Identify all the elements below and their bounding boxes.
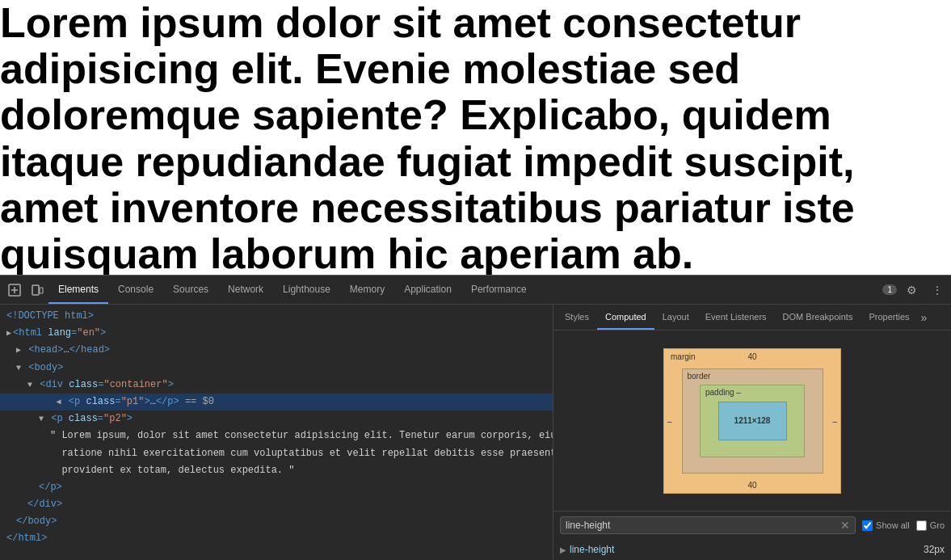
tab-styles[interactable]: Styles (557, 305, 597, 330)
dom-line: </html> (0, 530, 553, 547)
box-margin: margin 40 40 – – border padding – (663, 348, 841, 494)
tab-performance[interactable]: Performance (461, 276, 537, 304)
dom-line: ratione nihil exercitationem cum volupta… (0, 445, 553, 462)
tab-application[interactable]: Application (394, 276, 461, 304)
box-content: 1211×128 (718, 402, 787, 440)
right-tabs: Styles Computed Layout Event Listeners D… (553, 305, 951, 331)
margin-label: margin (671, 352, 696, 361)
devtools-panel: Elements Console Sources Network Lightho… (0, 275, 951, 560)
tab-properties[interactable]: Properties (861, 305, 917, 330)
dom-line: " Lorem ipsum, dolor sit amet consectetu… (0, 427, 553, 444)
inspect-element-button[interactable] (3, 280, 26, 300)
page-content: Lorem ipsum dolor sit amet consectetur a… (0, 0, 951, 275)
margin-left: – (667, 416, 672, 425)
right-panel: Styles Computed Layout Event Listeners D… (553, 305, 951, 560)
tab-lighthouse[interactable]: Lighthouse (273, 276, 340, 304)
dom-line: </div> (0, 496, 553, 513)
dom-line: </p> (0, 479, 553, 496)
dom-line: </body> (0, 513, 553, 530)
tab-sources[interactable]: Sources (163, 276, 218, 304)
computed-prop-row[interactable]: ▶ line-height 32px (553, 542, 951, 557)
margin-top: 40 (747, 352, 756, 361)
tab-layout[interactable]: Layout (654, 305, 697, 330)
tab-event-listeners[interactable]: Event Listeners (697, 305, 775, 330)
dom-line: provident ex totam, delectus expedita. " (0, 462, 553, 479)
dom-line[interactable]: ▶ <head>…</head> (0, 342, 553, 359)
tab-elements[interactable]: Elements (48, 276, 108, 304)
svg-rect-1 (32, 285, 39, 295)
filter-clear-button[interactable]: ✕ (840, 519, 850, 532)
margin-bottom: 40 (747, 481, 756, 490)
dom-line: <!DOCTYPE html> (0, 308, 553, 325)
prop-expand-icon: ▶ (560, 545, 566, 554)
show-all-group: Show all (862, 520, 910, 531)
box-model: margin 40 40 – – border padding – (663, 348, 841, 494)
devtools-toolbar: Elements Console Sources Network Lightho… (0, 276, 951, 305)
box-padding: padding – 1211×128 (700, 385, 805, 457)
padding-label: padding – (705, 388, 741, 397)
margin-right: – (832, 416, 837, 425)
dom-line: ▼ <p class="p2"> (0, 411, 553, 427)
devtools-tabs: Elements Console Sources Network Lightho… (48, 276, 882, 304)
filter-input-wrapper[interactable]: ✕ (560, 516, 856, 534)
large-text: Lorem ipsum dolor sit amet consectetur a… (0, 0, 951, 275)
group-label: Gro (930, 520, 945, 530)
prop-name: line-height (570, 544, 924, 555)
tab-console[interactable]: Console (108, 276, 163, 304)
show-all-label: Show all (876, 520, 910, 530)
border-label: border (688, 372, 711, 381)
dom-line-selected[interactable]: ◀ <p class="p1">…</p> == $0 (0, 394, 553, 411)
dom-line: ▶<html lang="en"> (0, 325, 553, 342)
dom-line: ▼ <div class="container"> (0, 377, 553, 394)
settings-button[interactable]: ⚙ (902, 280, 922, 300)
toolbar-right: 1 ⚙ ⋮ (882, 280, 948, 300)
svg-rect-2 (40, 288, 43, 293)
tab-dom-breakpoints[interactable]: DOM Breakpoints (775, 305, 861, 330)
tab-computed[interactable]: Computed (597, 305, 654, 330)
box-model-area: margin 40 40 – – border padding – (553, 331, 951, 511)
console-badge: 1 (882, 284, 897, 295)
devtools-main: <!DOCTYPE html> ▶<html lang="en"> ▶ <hea… (0, 305, 951, 560)
device-toggle-button[interactable] (26, 280, 48, 300)
dom-panel[interactable]: <!DOCTYPE html> ▶<html lang="en"> ▶ <hea… (0, 305, 553, 560)
prop-value: 32px (924, 544, 945, 555)
right-tabs-more[interactable]: » (921, 311, 928, 324)
filter-input[interactable] (566, 520, 840, 531)
computed-props: ▶ line-height 32px (553, 539, 951, 560)
tab-memory[interactable]: Memory (340, 276, 394, 304)
group-group: Gro (916, 520, 945, 531)
dom-line: ▼ <body> (0, 360, 553, 377)
more-button[interactable]: ⋮ (927, 280, 948, 300)
box-border: border padding – 1211×128 (682, 368, 823, 474)
group-checkbox[interactable] (916, 520, 927, 531)
border-val (751, 372, 754, 381)
tab-network[interactable]: Network (218, 276, 273, 304)
show-all-checkbox[interactable] (862, 520, 873, 531)
content-dimensions: 1211×128 (734, 416, 771, 425)
filter-area: ✕ Show all Gro (553, 511, 951, 539)
